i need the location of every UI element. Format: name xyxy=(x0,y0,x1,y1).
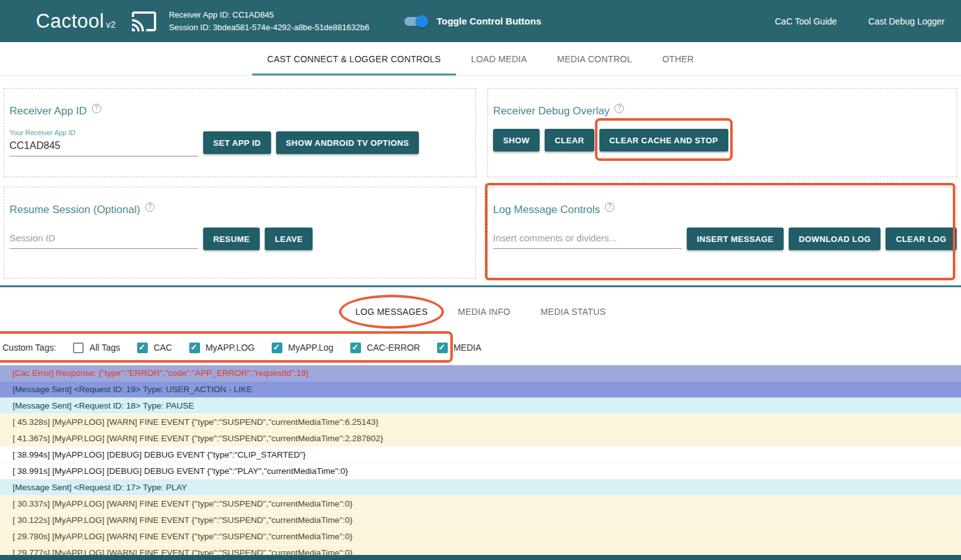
tab-media-status[interactable]: MEDIA STATUS xyxy=(525,298,621,326)
leave-button[interactable]: LEAVE xyxy=(265,228,313,250)
tab-media-control[interactable]: MEDIA CONTROL xyxy=(542,42,647,75)
log-messages-list: [Cac Error] Response: {"type":"ERROR","c… xyxy=(0,365,961,560)
help-icon[interactable]: ? xyxy=(92,104,101,113)
toggle-label: Toggle Control Buttons xyxy=(436,16,541,26)
insert-message-button[interactable]: INSERT MESSAGE xyxy=(687,228,784,250)
cac-error-checkbox[interactable] xyxy=(350,343,361,353)
tag-myapp-log-mixed[interactable]: MyAPP.Log xyxy=(272,343,333,353)
myapp-log-upper-checkbox[interactable] xyxy=(189,343,200,353)
tag-label: CAC xyxy=(153,343,172,353)
log-message-controls-panel: Log Message Controls ? INSERT MESSAGE DO… xyxy=(487,187,957,278)
log-row: [ 30.337s] [MyAPP.LOG] [WARN] FINE EVENT… xyxy=(0,496,961,512)
log-row: [ 45.328s] [MyAPP.LOG] [WARN] FINE EVENT… xyxy=(0,414,961,431)
app-logo-version: v2 xyxy=(106,19,116,30)
show-overlay-button[interactable]: SHOW xyxy=(493,129,540,151)
section-divider xyxy=(0,285,961,287)
clear-log-button[interactable]: CLEAR LOG xyxy=(886,228,956,250)
controls-section: Receiver App ID ? Your Receiver App ID S… xyxy=(0,76,961,287)
log-row: [ 29.780s] [MyAPP.LOG] [WARN] FINE EVENT… xyxy=(0,529,961,545)
main-tab-bar: CAST CONNECT & LOGGER CONTROLS LOAD MEDI… xyxy=(0,42,961,76)
tab-log-messages[interactable]: LOG MESSAGES xyxy=(340,298,443,326)
download-log-button[interactable]: DOWNLOAD LOG xyxy=(789,228,881,250)
show-android-tv-options-button[interactable]: SHOW ANDROID TV OPTIONS xyxy=(276,131,419,154)
cactool-app: Cactoolv2 Receiver App ID: CC1AD845 Sess… xyxy=(0,0,961,560)
clear-cache-and-stop-button[interactable]: CLEAR CACHE AND STOP xyxy=(599,129,728,151)
log-message-input[interactable] xyxy=(493,229,682,249)
help-icon[interactable]: ? xyxy=(145,202,155,212)
custom-tags-bar: Custom Tags: All Tags CAC MyAPP.LOG MyAP… xyxy=(0,330,961,365)
log-row: [Message Sent] <Request ID: 19> Type: US… xyxy=(0,382,961,398)
all-tags-checkbox[interactable] xyxy=(73,343,84,353)
tag-myapp-log-upper[interactable]: MyAPP.LOG xyxy=(189,343,255,353)
help-icon[interactable]: ? xyxy=(614,104,624,113)
media-checkbox[interactable] xyxy=(437,343,448,353)
cast-icon xyxy=(130,8,158,35)
log-row: [ 41.367s] [MyAPP.LOG] [WARN] FINE EVENT… xyxy=(0,431,961,447)
log-row: [Cac Error] Response: {"type":"ERROR","c… xyxy=(0,365,961,382)
myapp-log-mixed-checkbox[interactable] xyxy=(272,343,282,353)
set-app-id-button[interactable]: SET APP ID xyxy=(203,131,271,154)
log-tab-bar: LOG MESSAGES MEDIA INFO MEDIA STATUS xyxy=(0,287,961,330)
log-message-field xyxy=(493,229,682,249)
log-row: [Message Sent] <Request ID: 17> Type: PL… xyxy=(0,480,961,496)
receiver-debug-overlay-panel: Receiver Debug Overlay ? SHOW CLEAR CLEA… xyxy=(487,88,957,177)
tag-cac[interactable]: CAC xyxy=(137,343,172,353)
cac-checkbox[interactable] xyxy=(137,343,148,353)
toggle-knob xyxy=(416,15,428,28)
tab-other[interactable]: OTHER xyxy=(647,42,709,75)
cast-debug-logger-link[interactable]: Cast Debug Logger xyxy=(869,16,945,26)
tag-all-tags[interactable]: All Tags xyxy=(73,343,120,353)
tag-label: MyAPP.Log xyxy=(288,343,333,353)
receiver-app-id-field-label: Your Receiver App ID xyxy=(9,129,198,136)
resume-button[interactable]: RESUME xyxy=(203,228,260,250)
control-buttons-toggle[interactable] xyxy=(404,17,426,26)
toggle-control-buttons: Toggle Control Buttons xyxy=(404,16,541,26)
session-id-field xyxy=(9,229,198,249)
resume-session-title: Resume Session (Optional) xyxy=(9,204,140,216)
receiver-app-id-input[interactable] xyxy=(9,137,198,156)
resume-session-panel: Resume Session (Optional) ? RESUME LEAVE xyxy=(4,187,476,278)
tag-cac-error[interactable]: CAC-ERROR xyxy=(350,343,420,353)
receiver-debug-overlay-title: Receiver Debug Overlay xyxy=(493,105,609,118)
cac-tool-guide-link[interactable]: CaC Tool Guide xyxy=(775,16,837,26)
help-icon[interactable]: ? xyxy=(605,202,614,212)
custom-tags-label: Custom Tags: xyxy=(3,343,56,353)
footer-bar xyxy=(0,555,961,560)
tag-label: MyAPP.LOG xyxy=(206,343,255,353)
receiver-app-id-title: Receiver App ID xyxy=(9,105,87,118)
log-row: [ 30.122s] [MyAPP.LOG] [WARN] FINE EVENT… xyxy=(0,512,961,529)
tab-cast-connect-logger-controls[interactable]: CAST CONNECT & LOGGER CONTROLS xyxy=(252,42,456,75)
app-logo: Cactoolv2 xyxy=(36,10,116,33)
header-receiver-app-id: Receiver App ID: CC1AD845 xyxy=(169,9,369,21)
app-logo-text: Cactool xyxy=(36,10,104,32)
tag-label: All Tags xyxy=(89,343,120,353)
tag-label: MEDIA xyxy=(453,343,481,353)
log-row: [ 38.991s] [MyAPP.LOG] [DEBUG] DEBUG EVE… xyxy=(0,463,961,480)
receiver-app-id-panel: Receiver App ID ? Your Receiver App ID S… xyxy=(4,88,476,177)
log-row: [ 38.994s] [MyAPP.LOG] [DEBUG] DEBUG EVE… xyxy=(0,447,961,463)
tag-media[interactable]: MEDIA xyxy=(437,343,481,353)
session-id-input[interactable] xyxy=(9,229,198,249)
header-links: CaC Tool Guide Cast Debug Logger xyxy=(775,16,945,26)
tag-label: CAC-ERROR xyxy=(367,343,420,353)
receiver-app-id-field: Your Receiver App ID xyxy=(9,129,198,156)
tab-load-media[interactable]: LOAD MEDIA xyxy=(456,42,542,75)
header-session-id: Session ID: 3bdea581-574e-4292-a8be-51de… xyxy=(169,21,369,34)
log-row: [Message Sent] <Request ID: 18> Type: PA… xyxy=(0,398,961,414)
tab-media-info[interactable]: MEDIA INFO xyxy=(443,298,525,326)
app-header: Cactoolv2 Receiver App ID: CC1AD845 Sess… xyxy=(0,0,961,42)
session-info: Receiver App ID: CC1AD845 Session ID: 3b… xyxy=(169,9,369,34)
clear-overlay-button[interactable]: CLEAR xyxy=(545,129,594,151)
log-message-controls-title: Log Message Controls xyxy=(493,204,600,216)
